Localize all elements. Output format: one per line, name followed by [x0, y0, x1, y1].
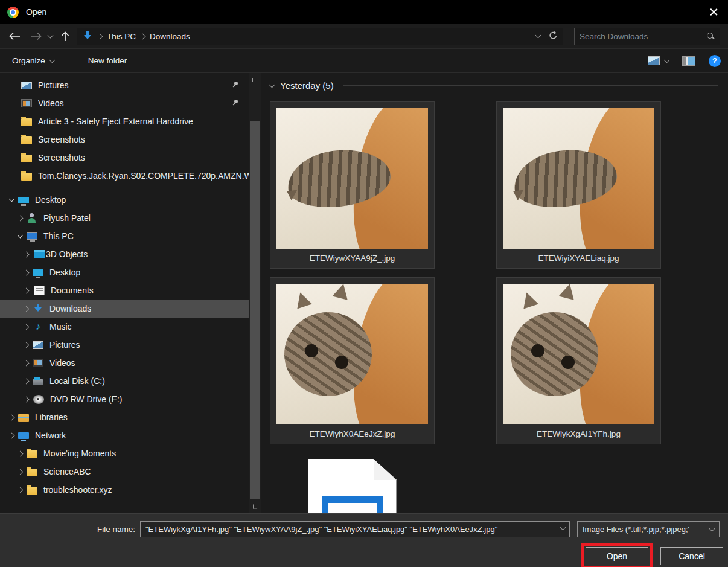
- group-header-yesterday[interactable]: Yesterday (5): [270, 80, 728, 91]
- sidebar-item-pictures[interactable]: Pictures: [0, 336, 249, 354]
- folder-icon: [21, 173, 32, 181]
- file-tile[interactable]: ETEWiywXYAA9jZ_.jpg: [270, 101, 435, 269]
- sidebar-item-downloads[interactable]: Downloads: [0, 300, 249, 318]
- new-folder-label: New folder: [88, 56, 127, 65]
- dvd-drive-icon: [33, 395, 44, 404]
- sidebar-item-desktop[interactable]: Desktop: [0, 263, 249, 281]
- file-name-combo[interactable]: [140, 521, 570, 537]
- views-button[interactable]: [648, 56, 669, 65]
- search-input[interactable]: [580, 32, 706, 41]
- command-toolbar: Organize New folder ?: [0, 49, 728, 73]
- thumbnail-view-icon: [648, 56, 660, 65]
- videos-icon: [21, 99, 32, 107]
- chevron-collapsed-icon[interactable]: [19, 361, 33, 365]
- documents-icon: [34, 286, 45, 295]
- chevron-collapsed-icon[interactable]: [13, 470, 27, 474]
- sidebar-item-piyush-patel[interactable]: Piyush Patel: [0, 209, 249, 227]
- sidebar-item-documents[interactable]: Documents: [0, 281, 249, 300]
- sidebar-item-music[interactable]: Music: [0, 318, 249, 336]
- scroll-up-icon[interactable]: [252, 77, 258, 83]
- sidebar-item-troubleshooter[interactable]: troubleshooter.xyz: [0, 481, 249, 499]
- breadcrumb-downloads[interactable]: Downloads: [147, 32, 193, 41]
- address-dropdown-icon[interactable]: [536, 35, 540, 37]
- sidebar-item-local-disk-c[interactable]: Local Disk (C:): [0, 372, 249, 390]
- thumbnail-grid: ETEWiywXYAA9jZ_.jpg ETEWiyiXYAELiaq.jpg …: [270, 101, 668, 513]
- sidebar-item-videos-quick[interactable]: Videos: [0, 94, 249, 112]
- organize-button[interactable]: Organize: [12, 56, 54, 65]
- collapse-group-icon[interactable]: [270, 85, 274, 87]
- chevron-collapsed-icon[interactable]: [19, 397, 33, 402]
- search-icon[interactable]: [706, 32, 715, 40]
- new-folder-button[interactable]: New folder: [88, 56, 127, 65]
- sidebar-item-tom-clancys[interactable]: Tom.Clancys.Jack.Ryan.S02.COMPLETE.720p.…: [0, 167, 249, 185]
- file-tile[interactable]: [270, 453, 435, 513]
- preview-pane-icon[interactable]: [682, 56, 695, 66]
- pin-icon: [232, 82, 239, 89]
- chevron-collapsed-icon[interactable]: [13, 488, 27, 492]
- chevron-down-icon: [710, 528, 714, 531]
- sidebar-item-pictures-quick[interactable]: Pictures: [0, 76, 249, 94]
- group-divider: [343, 85, 718, 86]
- sidebar-item-dvd-drive-e[interactable]: DVD RW Drive (E:): [0, 390, 249, 408]
- chevron-collapsed-icon[interactable]: [19, 325, 33, 329]
- chevron-expanded-icon[interactable]: [5, 199, 18, 201]
- open-button[interactable]: Open: [586, 547, 648, 565]
- recent-locations-icon[interactable]: [48, 35, 53, 37]
- search-box[interactable]: [574, 28, 720, 45]
- sidebar-item-libraries[interactable]: Libraries: [0, 408, 249, 426]
- sidebar-item-videos[interactable]: Videos: [0, 354, 249, 372]
- file-tile[interactable]: ETEWiyhX0AEeJxZ.jpg: [270, 277, 435, 444]
- file-type-select[interactable]: Image Files (*.tiff;*.pjp;*.pjpeg;': [577, 521, 720, 537]
- sidebar-item-network[interactable]: Network: [0, 426, 249, 444]
- chevron-expanded-icon[interactable]: [13, 235, 27, 237]
- up-button[interactable]: [61, 31, 69, 42]
- sidebar-item-movieing-moments[interactable]: Movie'ing Moments: [0, 444, 249, 463]
- chevron-collapsed-icon[interactable]: [19, 289, 33, 293]
- navigation-bar: This PC Downloads: [0, 24, 728, 49]
- folder-icon: [27, 487, 37, 495]
- sidebar-scrollbar[interactable]: [249, 73, 261, 513]
- chevron-collapsed-icon[interactable]: [13, 216, 27, 220]
- user-icon: [27, 213, 37, 223]
- sidebar-item-desktop-root[interactable]: Desktop: [0, 191, 249, 209]
- chevron-collapsed-icon[interactable]: [19, 379, 33, 383]
- close-icon[interactable]: [709, 7, 720, 18]
- music-icon: [33, 322, 43, 332]
- chevron-down-icon: [50, 60, 54, 62]
- chevron-collapsed-icon[interactable]: [19, 307, 33, 311]
- breadcrumb-separator-icon: [98, 34, 102, 39]
- forward-button[interactable]: [30, 32, 42, 40]
- chevron-collapsed-icon[interactable]: [5, 434, 18, 438]
- thumbnail-image: [503, 108, 654, 249]
- organize-label: Organize: [12, 56, 45, 65]
- chevron-collapsed-icon[interactable]: [13, 452, 27, 456]
- libraries-icon: [18, 414, 29, 422]
- file-tile[interactable]: ETEWiykXgAI1YFh.jpg: [496, 277, 661, 444]
- sidebar-item-screenshots-1[interactable]: Screenshots: [0, 130, 249, 149]
- refresh-icon[interactable]: [549, 31, 558, 42]
- thumbnail-image: [503, 284, 654, 424]
- chevron-collapsed-icon[interactable]: [19, 343, 33, 347]
- pictures-icon: [33, 341, 43, 349]
- chevron-collapsed-icon[interactable]: [5, 415, 18, 420]
- sidebar-item-screenshots-2[interactable]: Screenshots: [0, 149, 249, 167]
- this-pc-icon: [27, 232, 37, 240]
- address-bar[interactable]: This PC Downloads: [77, 28, 563, 45]
- folder-icon: [27, 450, 37, 458]
- help-icon[interactable]: ?: [709, 55, 721, 67]
- file-tile[interactable]: ETEWiyiXYAELiaq.jpg: [496, 101, 661, 269]
- cancel-button[interactable]: Cancel: [660, 547, 723, 565]
- chevron-collapsed-icon[interactable]: [19, 252, 33, 257]
- sidebar-item-scienceabc[interactable]: ScienceABC: [0, 463, 249, 481]
- chevron-collapsed-icon[interactable]: [19, 271, 33, 275]
- back-button[interactable]: [8, 32, 21, 40]
- sidebar-item-3d-objects[interactable]: 3D Objects: [0, 245, 249, 263]
- breadcrumb-this-pc[interactable]: This PC: [104, 32, 138, 41]
- sidebar-item-article3[interactable]: Article 3 - Safely Eject External Harddr…: [0, 112, 249, 130]
- scroll-down-icon[interactable]: [252, 505, 257, 510]
- sidebar-item-this-pc[interactable]: This PC: [0, 227, 249, 245]
- combo-dropdown-icon[interactable]: [561, 527, 565, 530]
- scrollbar-thumb[interactable]: [250, 121, 260, 499]
- file-name-input[interactable]: [140, 521, 570, 537]
- cat-illustration: [284, 312, 372, 397]
